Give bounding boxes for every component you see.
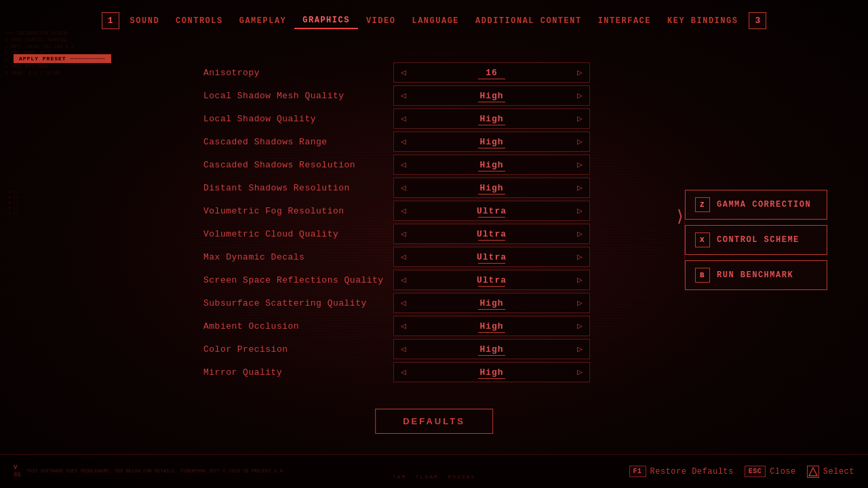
cascaded-shadows-range-value: High [413,137,570,147]
setting-row-screen-space-reflections: Screen Space Reflections Quality Ultra [203,268,631,291]
nav-item-additional-content[interactable]: ADDITIONAL CONTENT [467,14,590,28]
main-container: 1 SOUND CONTROLS GAMEPLAY GRAPHICS VIDEO… [0,0,868,488]
gamma-correction-button[interactable]: Z GAMMA CORRECTION [685,190,827,220]
color-precision-decrement[interactable] [394,339,413,359]
nav-item-gameplay[interactable]: GAMEPLAY [231,14,295,28]
version-v: V [14,464,21,472]
distant-shadows-resolution-increment[interactable] [570,178,589,198]
setting-label-volumetric-fog: Volumetric Fog Resolution [203,206,393,216]
setting-label-ambient-occlusion: Ambient Occlusion [203,321,393,331]
local-shadow-mesh-decrement[interactable] [394,85,413,106]
run-benchmark-button[interactable]: B RUN BENCHMARK [685,260,827,290]
max-dynamic-decals-decrement[interactable] [394,247,413,267]
restore-defaults-action: F1 Restore Defaults [629,466,734,477]
setting-row-ambient-occlusion: Ambient Occlusion High [203,314,631,338]
subsurface-scattering-increment[interactable] [570,293,589,313]
anisotropy-decrement[interactable] [394,62,413,83]
defaults-button[interactable]: DEFAULTS [375,409,493,434]
local-shadow-quality-decrement[interactable] [394,108,413,129]
setting-label-screen-space-reflections: Screen Space Reflections Quality [203,275,393,285]
select-icon [807,466,819,478]
cascaded-shadows-range-increment[interactable] [570,131,589,152]
setting-row-local-shadow-quality: Local Shadow Quality High [203,107,631,130]
local-shadow-mesh-increment[interactable] [570,85,589,106]
setting-label-cascaded-shadows-range: Cascaded Shadows Range [203,137,393,147]
screen-space-reflections-increment[interactable] [570,270,589,290]
color-precision-value: High [413,344,570,354]
setting-row-mirror-quality: Mirror Quality High [203,361,631,384]
nav-item-graphics[interactable]: GRAPHICS [294,13,358,29]
subsurface-scattering-decrement[interactable] [394,293,413,313]
left-number-deco: ◄ 14 ◄ 15 ◄ 16 ◄ 17 ◄ 18 [8,190,18,216]
nav-item-language[interactable]: LANGUAGE [403,14,467,28]
version-label: V 85 [14,464,21,479]
ambient-occlusion-decrement[interactable] [394,316,413,336]
setting-control-volumetric-cloud: Ultra [393,224,590,244]
setting-control-distant-shadows-resolution: High [393,178,590,198]
close-action: ESC Close [745,466,796,477]
control-scheme-button[interactable]: X CONTROL SCHEME [685,225,827,255]
setting-control-subsurface-scattering: High [393,293,590,313]
control-scheme-label: CONTROL SCHEME [717,235,800,245]
setting-control-anisotropy: 16 [393,62,590,83]
version-badge: APPLY PRESET ───────── [14,54,111,63]
subsurface-scattering-value: High [413,298,570,308]
settings-list: Anisotropy 16 Local Shadow Mesh Quality … [203,61,631,420]
volumetric-cloud-decrement[interactable] [394,224,413,244]
nav-item-interface[interactable]: INTERFACE [590,14,659,28]
run-benchmark-label: RUN BENCHMARK [717,270,793,280]
volumetric-fog-increment[interactable] [570,201,589,221]
restore-defaults-key: F1 [629,466,646,477]
ambient-occlusion-value: High [413,321,570,331]
nav-item-controls[interactable]: CONTROLS [167,14,231,28]
setting-label-local-shadow-quality: Local Shadow Quality [203,114,393,124]
setting-row-color-precision: Color Precision High [203,338,631,361]
control-scheme-key: X [695,232,710,247]
nav-item-video[interactable]: VIDEO [358,14,404,28]
setting-label-subsurface-scattering: Subsurface Scattering Quality [203,298,393,308]
color-precision-increment[interactable] [570,339,589,359]
setting-label-color-precision: Color Precision [203,344,393,354]
restore-defaults-label: Restore Defaults [650,467,734,476]
bottom-copyright-text: THIS SOFTWARE USES MIDDLEWARE. SEE BELOW… [26,468,285,474]
cursor-arrow-icon: ⟩ [675,207,685,226]
setting-control-color-precision: High [393,339,590,359]
ambient-occlusion-increment[interactable] [570,316,589,336]
cascaded-shadows-resolution-value: High [413,160,570,170]
svg-marker-0 [809,468,817,476]
cascaded-shadows-resolution-increment[interactable] [570,155,589,175]
setting-control-screen-space-reflections: Ultra [393,270,590,290]
setting-label-cascaded-shadows-resolution: Cascaded Shadows Resolution [203,160,393,170]
nav-box-3: 3 [749,12,766,29]
max-dynamic-decals-increment[interactable] [570,247,589,267]
mirror-quality-decrement[interactable] [394,362,413,382]
cascaded-shadows-range-decrement[interactable] [394,131,413,152]
anisotropy-value: 16 [413,68,570,78]
bottom-left-section: V 85 THIS SOFTWARE USES MIDDLEWARE. SEE … [14,464,285,479]
distant-shadows-resolution-value: High [413,183,570,193]
screen-space-reflections-value: Ultra [413,275,570,285]
select-label: Select [823,467,854,476]
right-panel: Z GAMMA CORRECTION X CONTROL SCHEME B RU… [685,190,827,290]
bottom-center-text: TAM. TLOAM. ROGSNS [393,474,475,480]
setting-label-distant-shadows-resolution: Distant Shadows Resolution [203,183,393,193]
setting-row-anisotropy: Anisotropy 16 [203,61,631,84]
gamma-correction-label: GAMMA CORRECTION [717,200,811,209]
mirror-quality-increment[interactable] [570,362,589,382]
anisotropy-increment[interactable] [570,62,589,83]
volumetric-fog-decrement[interactable] [394,201,413,221]
local-shadow-mesh-value: High [413,91,570,101]
nav-item-sound[interactable]: SOUND [122,14,168,28]
nav-item-key-bindings[interactable]: KEY BINDINGS [659,14,746,28]
local-shadow-quality-increment[interactable] [570,108,589,129]
setting-control-mirror-quality: High [393,362,590,382]
cascaded-shadows-resolution-decrement[interactable] [394,155,413,175]
run-benchmark-key: B [695,268,710,283]
setting-row-volumetric-fog: Volumetric Fog Resolution Ultra [203,199,631,222]
setting-label-anisotropy: Anisotropy [203,68,393,78]
select-action: Select [807,466,854,478]
distant-shadows-resolution-decrement[interactable] [394,178,413,198]
screen-space-reflections-decrement[interactable] [394,270,413,290]
volumetric-cloud-increment[interactable] [570,224,589,244]
setting-row-cascaded-shadows-resolution: Cascaded Shadows Resolution High [203,153,631,176]
